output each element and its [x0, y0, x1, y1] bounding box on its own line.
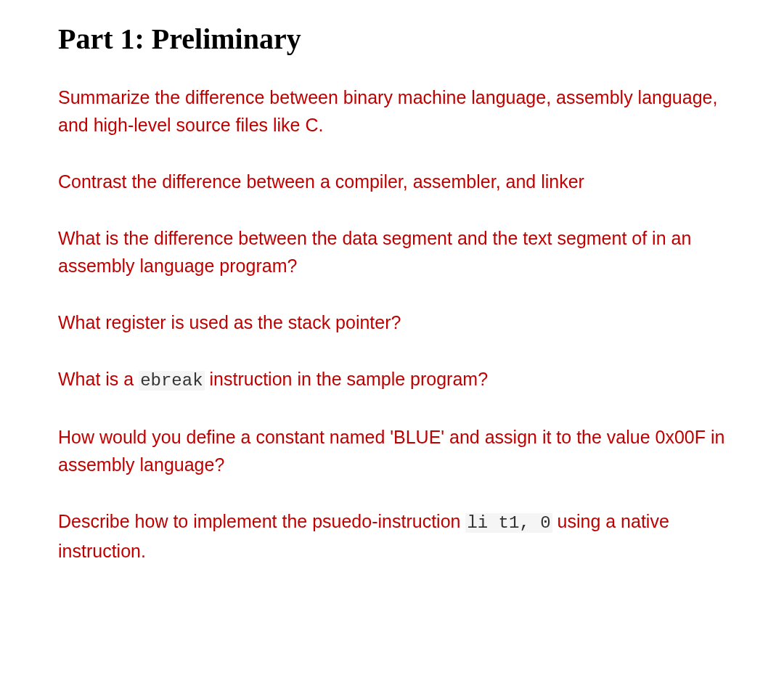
question-1: Summarize the difference between binary … [58, 83, 726, 139]
question-5: What is a ebreak instruction in the samp… [58, 365, 726, 394]
question-text: Describe how to implement the psuedo-ins… [58, 511, 465, 531]
question-4: What register is used as the stack point… [58, 308, 726, 336]
question-text: What is a [58, 369, 139, 389]
question-7: Describe how to implement the psuedo-ins… [58, 507, 726, 564]
question-text: instruction in the sample program? [205, 369, 488, 389]
code-ebreak: ebreak [139, 371, 204, 391]
question-3: What is the difference between the data … [58, 224, 726, 279]
question-6: How would you define a constant named 'B… [58, 423, 726, 478]
section-heading: Part 1: Preliminary [58, 22, 726, 56]
code-li-instruction: li t1, 0 [465, 513, 552, 533]
question-2: Contrast the difference between a compil… [58, 168, 726, 195]
